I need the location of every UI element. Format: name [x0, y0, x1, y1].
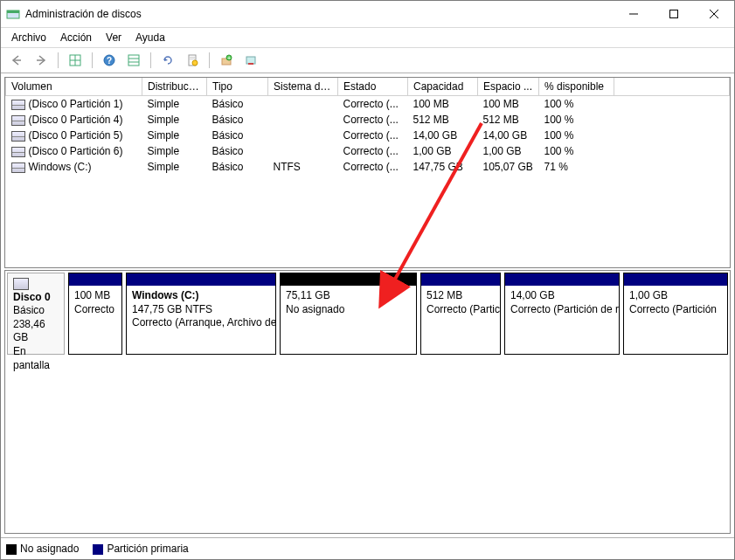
- svg-rect-15: [190, 57, 195, 58]
- partition-unallocated[interactable]: 75,11 GBNo asignado: [280, 273, 417, 355]
- window-title: Administración de discos: [25, 8, 614, 20]
- menubar: Archivo Acción Ver Ayuda: [1, 28, 734, 48]
- menu-action[interactable]: Acción: [60, 31, 92, 44]
- legend-unallocated: No asignado: [6, 543, 79, 555]
- table-row[interactable]: (Disco 0 Partición 4)SimpleBásicoCorrect…: [6, 112, 730, 128]
- legend-primary: Partición primaria: [93, 543, 188, 555]
- maximize-button[interactable]: [654, 1, 694, 27]
- minimize-button[interactable]: [614, 1, 654, 27]
- close-button[interactable]: [694, 1, 734, 27]
- disk-size: 238,46 GB: [13, 318, 59, 345]
- disk-icon: [13, 278, 29, 290]
- table-row[interactable]: (Disco 0 Partición 1)SimpleBásicoCorrect…: [6, 96, 730, 113]
- forward-button[interactable]: [31, 50, 52, 71]
- disk-status: En pantalla: [13, 345, 59, 372]
- partition-primary[interactable]: 512 MBCorrecto (Partición de: [420, 273, 501, 355]
- svg-rect-16: [190, 59, 195, 59]
- help-button[interactable]: ?: [99, 50, 120, 71]
- volume-table[interactable]: VolumenDistribuciónTipoSistema de ...Est…: [4, 77, 731, 268]
- svg-point-17: [192, 60, 198, 66]
- table-row[interactable]: Windows (C:)SimpleBásicoNTFSCorrecto (..…: [6, 159, 730, 175]
- menu-view[interactable]: Ver: [106, 31, 121, 44]
- partition-container: 100 MBCorrectoWindows (C:)147,75 GB NTFS…: [68, 273, 728, 355]
- column-header[interactable]: Distribución: [142, 78, 207, 96]
- disk-type: Básico: [13, 304, 59, 318]
- partition-primary[interactable]: Windows (C:)147,75 GB NTFSCorrecto (Arra…: [126, 273, 276, 355]
- svg-text:?: ?: [107, 56, 112, 66]
- svg-rect-1: [7, 10, 19, 13]
- column-header[interactable]: Estado: [338, 78, 408, 96]
- attach-vhd-button[interactable]: [240, 50, 261, 71]
- table-row[interactable]: (Disco 0 Partición 5)SimpleBásicoCorrect…: [6, 128, 730, 143]
- create-vhd-button[interactable]: +: [216, 50, 237, 71]
- view-layout-button[interactable]: [65, 50, 86, 71]
- statusbar: No asignado Partición primaria: [1, 537, 734, 559]
- column-header[interactable]: Sistema de ...: [268, 78, 338, 96]
- toolbar: ? +: [1, 48, 734, 73]
- partition-primary[interactable]: 1,00 GBCorrecto (Partición: [623, 273, 728, 355]
- column-header[interactable]: % disponible: [539, 78, 614, 96]
- svg-rect-11: [128, 55, 139, 66]
- properties-button[interactable]: [182, 50, 203, 71]
- menu-help[interactable]: Ayuda: [135, 31, 165, 44]
- column-header[interactable]: Tipo: [207, 78, 268, 96]
- svg-rect-3: [670, 10, 678, 18]
- disk-header[interactable]: Disco 0 Básico 238,46 GB En pantalla: [7, 273, 65, 355]
- view-list-button[interactable]: [123, 50, 144, 71]
- column-header[interactable]: Volumen: [6, 78, 142, 96]
- table-row[interactable]: (Disco 0 Partición 6)SimpleBásicoCorrect…: [6, 143, 730, 159]
- disk-row: Disco 0 Básico 238,46 GB En pantalla 100…: [5, 271, 730, 356]
- disk-panel[interactable]: Disco 0 Básico 238,46 GB En pantalla 100…: [4, 270, 731, 534]
- partition-primary[interactable]: 100 MBCorrecto: [68, 273, 122, 355]
- menu-file[interactable]: Archivo: [11, 31, 46, 44]
- back-button[interactable]: [6, 50, 27, 71]
- partition-primary[interactable]: 14,00 GBCorrecto (Partición de recuperac…: [504, 273, 620, 355]
- svg-text:+: +: [227, 54, 232, 62]
- column-header[interactable]: Espacio ...: [478, 78, 539, 96]
- app-icon: [6, 7, 20, 21]
- column-header[interactable]: Capacidad: [408, 78, 478, 96]
- svg-rect-21: [246, 57, 255, 64]
- titlebar: Administración de discos: [1, 1, 734, 28]
- disk-name: Disco 0: [13, 291, 51, 303]
- refresh-button[interactable]: [157, 50, 178, 71]
